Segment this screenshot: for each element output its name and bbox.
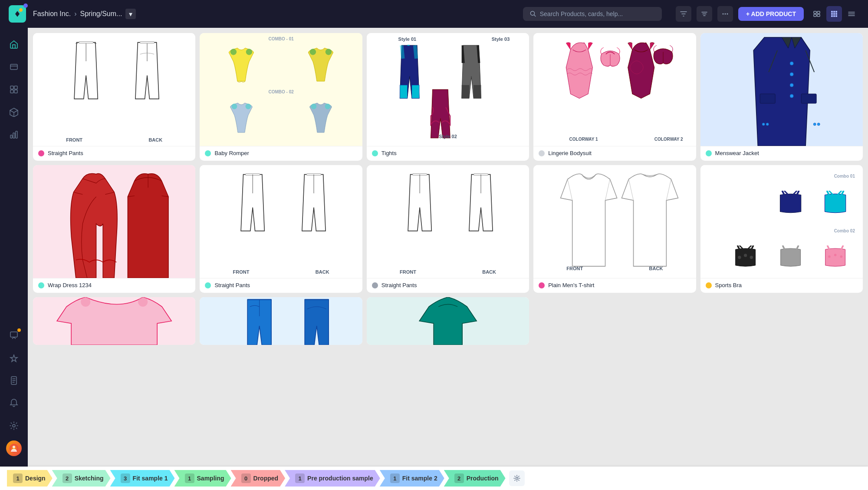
- stage-production[interactable]: 2 Production: [444, 470, 506, 487]
- combo-02-sports-label: Combo 02: [703, 228, 860, 233]
- product-card-tights[interactable]: Style 01 Style 03: [367, 33, 529, 161]
- sidebar-item-dashboard[interactable]: [4, 80, 23, 99]
- product-card-wrap-dress[interactable]: Wrap Dress 1234: [33, 165, 195, 293]
- sidebar-item-docs[interactable]: [4, 371, 23, 390]
- search-bar[interactable]: [523, 7, 662, 21]
- product-card-straight-pants-3[interactable]: FRONT BACK Straight Pants: [367, 165, 529, 293]
- filter-icon[interactable]: [676, 6, 691, 22]
- product-card-lingerie-bodysuit[interactable]: COLORWAY 1 COLORWAY 2 Lingerie Bodysuit: [533, 33, 696, 161]
- card-footer: Plain Men's T-shirt: [533, 278, 696, 293]
- product-card-baby-romper[interactable]: COMBO - 01: [200, 33, 362, 161]
- svg-rect-24: [13, 133, 15, 138]
- product-card-straight-pants[interactable]: FRONT BACK Straight Pants: [33, 33, 195, 161]
- list-view-button[interactable]: [809, 6, 825, 22]
- pre-production-count: 1: [295, 473, 305, 483]
- combo-01-label: COMBO - 01: [268, 36, 293, 41]
- style-03-label: Style 03: [492, 36, 510, 42]
- breadcrumb-dropdown[interactable]: ▾: [125, 9, 136, 19]
- tshirt-labels: FRONT BACK: [533, 266, 696, 271]
- svg-point-2: [723, 13, 724, 15]
- svg-rect-6: [817, 11, 820, 13]
- sidebar-item-help[interactable]: [4, 326, 23, 345]
- product-card-sports-bra[interactable]: Combo 01: [700, 165, 863, 293]
- product-card-plain-mens-tshirt[interactable]: FRONT BACK Plain Men's T-shirt: [533, 165, 696, 293]
- front-label: FRONT: [66, 137, 82, 142]
- svg-point-46: [790, 94, 793, 98]
- product-card-partial-3[interactable]: [367, 297, 529, 345]
- svg-rect-16: [833, 15, 835, 17]
- status-dot: [372, 282, 378, 288]
- back-label: BACK: [316, 269, 329, 275]
- card-footer: Straight Pants: [200, 278, 362, 293]
- production-label: Production: [467, 475, 499, 482]
- svg-point-41: [311, 103, 317, 109]
- user-avatar[interactable]: [6, 440, 22, 456]
- svg-rect-12: [831, 13, 833, 15]
- product-card-partial-1[interactable]: [33, 297, 195, 345]
- svg-rect-14: [835, 13, 837, 15]
- sidebar-item-box[interactable]: [4, 103, 23, 122]
- sidebar-item-bell[interactable]: [4, 394, 23, 413]
- search-input[interactable]: [540, 10, 655, 17]
- stage-fit-sample-1[interactable]: 3 Fit sample 1: [110, 470, 175, 487]
- card-title: Lingerie Bodysuit: [548, 150, 592, 156]
- svg-point-35: [230, 49, 237, 55]
- product-card-partial-2[interactable]: [200, 297, 362, 345]
- style-01-label: Style 01: [398, 36, 417, 42]
- status-dot: [539, 282, 545, 288]
- stage-sketching[interactable]: 2 Sketching: [52, 470, 111, 487]
- svg-point-70: [516, 477, 518, 480]
- more-options-icon[interactable]: [717, 6, 733, 22]
- card-footer: Straight Pants: [367, 278, 529, 293]
- product-card-straight-pants-2[interactable]: FRONT BACK Straight Pants: [200, 165, 362, 293]
- style-02-label: Style 02: [439, 134, 457, 139]
- back-label: BACK: [482, 269, 496, 275]
- status-dot: [38, 282, 44, 288]
- svg-rect-9: [831, 11, 833, 13]
- fit-sample2-label: Fit sample 2: [402, 475, 437, 482]
- sidebar-item-favorites[interactable]: [4, 348, 23, 368]
- status-bar-settings-button[interactable]: [509, 470, 525, 486]
- compact-view-button[interactable]: [844, 6, 859, 22]
- svg-rect-48: [801, 94, 816, 103]
- card-title: Baby Romper: [214, 150, 249, 156]
- svg-rect-22: [14, 90, 17, 93]
- card-footer: Baby Romper: [200, 146, 362, 161]
- stage-design[interactable]: 1 Design: [7, 470, 53, 487]
- grid-view-button[interactable]: [826, 6, 842, 22]
- card-title: Plain Men's T-shirt: [548, 282, 594, 288]
- svg-rect-5: [814, 11, 816, 13]
- sidebar-item-settings[interactable]: [4, 416, 23, 435]
- sidebar-item-cards[interactable]: [4, 57, 23, 76]
- svg-point-62: [744, 254, 747, 257]
- status-dot: [706, 282, 712, 288]
- svg-point-51: [813, 123, 816, 126]
- svg-rect-11: [835, 11, 837, 13]
- sidebar-item-home[interactable]: [4, 35, 23, 54]
- product-card-menswear-jacket[interactable]: Menswear Jacket: [700, 33, 863, 161]
- stage-dropped[interactable]: 0 Dropped: [231, 470, 286, 487]
- add-product-button[interactable]: + ADD PRODUCT: [738, 7, 804, 21]
- stage-sampling[interactable]: 1 Sampling: [174, 470, 231, 487]
- sidebar-item-chart[interactable]: [4, 125, 23, 144]
- front-label: FRONT: [400, 269, 416, 275]
- colorway2-label: COLORWAY 2: [654, 137, 683, 142]
- sort-icon[interactable]: [697, 6, 712, 22]
- svg-rect-23: [10, 135, 12, 138]
- svg-point-37: [310, 49, 316, 55]
- svg-rect-17: [835, 15, 837, 17]
- svg-point-38: [326, 49, 332, 55]
- svg-rect-32: [79, 42, 93, 43]
- app-logo[interactable]: [9, 5, 26, 23]
- svg-rect-8: [817, 14, 820, 17]
- notification-badge: [17, 328, 21, 332]
- pants2-labels: FRONT BACK: [200, 269, 362, 275]
- card-footer: Straight Pants: [33, 146, 195, 161]
- colorway1-label: COLORWAY 1: [569, 137, 598, 142]
- stage-fit-sample-2[interactable]: 1 Fit sample 2: [380, 470, 444, 487]
- combo-02-label: COMBO - 02: [268, 89, 293, 94]
- stage-pre-production[interactable]: 1 Pre production sample: [285, 470, 380, 487]
- svg-point-39: [232, 103, 237, 109]
- svg-point-63: [750, 256, 753, 259]
- fit-sample2-count: 1: [390, 473, 400, 483]
